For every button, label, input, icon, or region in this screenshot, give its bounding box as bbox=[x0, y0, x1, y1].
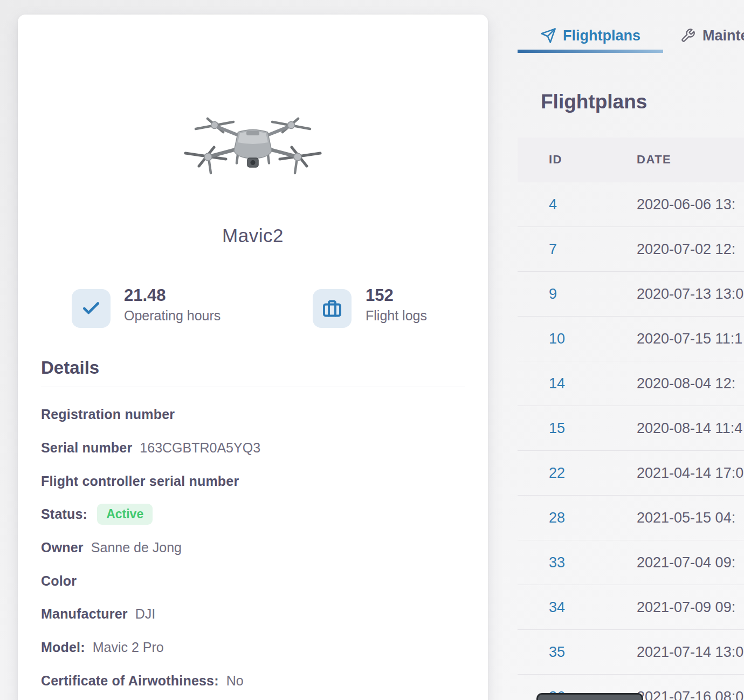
briefcase-icon bbox=[322, 299, 342, 318]
table-row: 282021-05-15 04: bbox=[518, 496, 744, 540]
table-row: 142020-08-04 12: bbox=[518, 361, 744, 406]
detail-label: Manufacturer bbox=[41, 606, 128, 622]
check-icon bbox=[81, 298, 101, 319]
flightplan-id-link[interactable]: 33 bbox=[518, 554, 637, 571]
table-row: 72020-07-02 12: bbox=[518, 227, 744, 272]
flightplan-date: 2020-07-02 12: bbox=[637, 241, 744, 258]
detail-row: Flight controller serial number bbox=[41, 464, 467, 498]
column-header-date: DATE bbox=[637, 153, 744, 167]
flightplan-date: 2021-07-09 09: bbox=[637, 599, 744, 616]
detail-label: Certificate of Airwothiness: bbox=[41, 673, 219, 689]
table-header: ID DATE bbox=[518, 138, 744, 182]
detail-row: OwnerSanne de Jong bbox=[41, 531, 467, 565]
wrench-icon bbox=[680, 28, 695, 43]
table-row: 222021-04-14 17:0 bbox=[518, 451, 744, 496]
flight-logs-value: 152 bbox=[366, 286, 427, 305]
table-row: 342021-07-09 09: bbox=[518, 585, 744, 630]
table-row: 92020-07-13 13:0 bbox=[518, 272, 744, 317]
flight-logs-label: Flight logs bbox=[366, 308, 427, 324]
table-row: 352021-07-14 13:0 bbox=[518, 630, 744, 675]
flightplan-date: 2021-07-16 08:0 bbox=[637, 689, 744, 700]
flightplan-date: 2020-07-15 11:1 bbox=[637, 331, 744, 347]
details-heading: Details bbox=[41, 358, 99, 378]
tab-maintenance[interactable]: Maintenance bbox=[680, 22, 744, 50]
operating-hours-label: Operating hours bbox=[124, 308, 221, 324]
table-row: 42020-06-06 13: bbox=[518, 182, 744, 227]
toast-tooltip bbox=[536, 693, 643, 700]
detail-label: Registration number bbox=[41, 407, 175, 422]
detail-row: Status:Active bbox=[41, 498, 467, 531]
flightplan-id-link[interactable]: 28 bbox=[518, 510, 637, 526]
detail-value: Sanne de Jong bbox=[91, 540, 182, 555]
flightplan-id-link[interactable]: 35 bbox=[518, 644, 637, 661]
page-background: { "drone_card": { "title": "Mavic2", "dr… bbox=[0, 0, 744, 700]
flightplan-date: 2021-07-04 09: bbox=[637, 554, 744, 571]
flight-logs-stat: 152 Flight logs bbox=[366, 286, 427, 324]
detail-label: Status: bbox=[41, 506, 87, 522]
operating-hours-stat: 21.48 Operating hours bbox=[124, 286, 221, 324]
flight-logs-stat-icon bbox=[313, 289, 352, 328]
table-row: 152020-08-14 11:4 bbox=[518, 406, 744, 451]
detail-label: Color bbox=[41, 573, 77, 589]
flightplan-date: 2021-05-15 04: bbox=[637, 510, 744, 526]
detail-row: ManufacturerDJI bbox=[41, 598, 467, 631]
detail-row: Color bbox=[41, 564, 467, 598]
flightplans-table: ID DATE 42020-06-06 13:72020-07-02 12:92… bbox=[518, 138, 744, 700]
status-badge: Active bbox=[97, 504, 153, 525]
detail-value: No bbox=[226, 673, 244, 689]
detail-label: Model: bbox=[41, 640, 85, 655]
detail-row: Serial number163CGBTR0A5YQ3 bbox=[41, 431, 467, 465]
details-divider bbox=[41, 387, 465, 387]
detail-label: Owner bbox=[41, 540, 84, 555]
flightplan-id-link[interactable]: 9 bbox=[518, 286, 637, 303]
flightplan-id-link[interactable]: 15 bbox=[518, 420, 637, 437]
drone-title: Mavic2 bbox=[18, 225, 488, 246]
flightplans-heading: Flightplans bbox=[541, 91, 647, 113]
operating-hours-stat-icon bbox=[72, 289, 111, 328]
flightplan-date: 2021-04-14 17:0 bbox=[637, 465, 744, 482]
flightplan-id-link[interactable]: 14 bbox=[518, 375, 637, 392]
detail-value: DJI bbox=[135, 606, 156, 622]
detail-row: Model:Mavic 2 Pro bbox=[41, 631, 467, 664]
flightplan-date: 2020-08-14 11:4 bbox=[637, 420, 744, 437]
tab-flightplans[interactable]: Flightplans bbox=[518, 22, 663, 50]
detail-label: Flight controller serial number bbox=[41, 473, 239, 489]
operating-hours-value: 21.48 bbox=[124, 286, 221, 305]
tab-maintenance-label: Maintenance bbox=[702, 28, 744, 44]
flightplan-id-link[interactable]: 34 bbox=[518, 599, 637, 616]
details-fields: Registration numberSerial number163CGBTR… bbox=[41, 398, 467, 697]
flightplan-date: 2021-07-14 13:0 bbox=[637, 644, 744, 661]
flightplan-rows: 42020-06-06 13:72020-07-02 12:92020-07-1… bbox=[518, 182, 744, 700]
flightplan-id-link[interactable]: 4 bbox=[518, 196, 637, 213]
drone-card: Mavic2 21.48 Operating hours 152 Flight … bbox=[18, 15, 488, 700]
detail-value: 163CGBTR0A5YQ3 bbox=[140, 440, 260, 456]
flightplan-id-link[interactable]: 10 bbox=[518, 331, 637, 347]
flightplan-date: 2020-08-04 12: bbox=[637, 375, 744, 392]
column-header-id: ID bbox=[518, 153, 637, 167]
table-row: 102020-07-15 11:1 bbox=[518, 317, 744, 361]
flightplan-date: 2020-07-13 13:0 bbox=[637, 286, 744, 303]
table-row: 332021-07-04 09: bbox=[518, 540, 744, 585]
flightplan-id-link[interactable]: 7 bbox=[518, 241, 637, 258]
detail-row: Registration number bbox=[41, 398, 467, 431]
flightplan-date: 2020-06-06 13: bbox=[637, 196, 744, 213]
tab-flightplans-label: Flightplans bbox=[563, 28, 640, 44]
paper-plane-icon bbox=[540, 28, 556, 44]
detail-label: Serial number bbox=[41, 440, 132, 456]
detail-row: Certificate of Airwothiness:No bbox=[41, 664, 467, 698]
detail-value: Mavic 2 Pro bbox=[93, 640, 164, 655]
drone-image bbox=[18, 105, 488, 183]
flightplan-id-link[interactable]: 22 bbox=[518, 465, 637, 482]
